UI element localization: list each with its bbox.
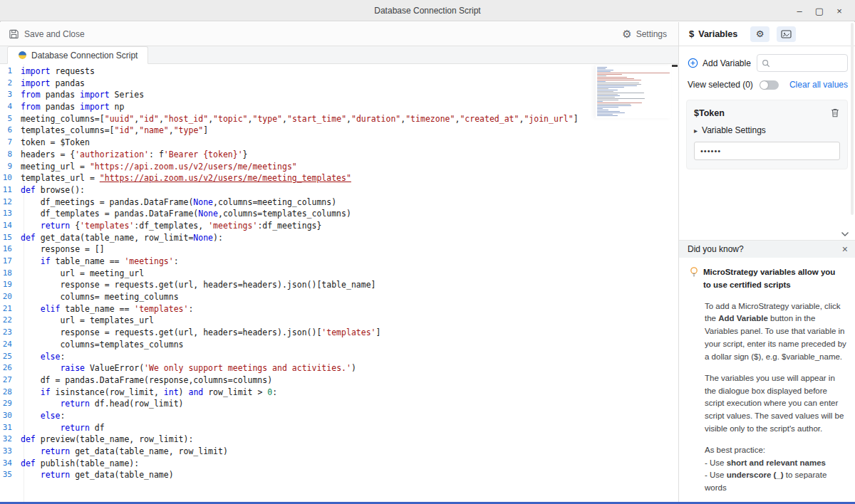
code-line[interactable]: 29 return df.head(row_limit) (0, 398, 678, 410)
line-number: 27 (0, 374, 19, 387)
view-selected-label: View selected (0) (688, 80, 753, 90)
code-line[interactable]: 10templates_url = "https://api.zoom.us/v… (0, 172, 678, 184)
line-number: 29 (0, 398, 19, 410)
view-selected-toggle[interactable] (760, 80, 779, 90)
code-line[interactable]: 16 response = [] (0, 243, 678, 256)
clear-all-values-link[interactable]: Clear all values (789, 80, 848, 90)
variables-panel-header: $ Variables ⚙ (679, 22, 855, 46)
line-number: 26 (0, 362, 19, 374)
minimap-line (597, 90, 618, 90)
code-line[interactable]: 32def preview(table_name, row_limit): (0, 434, 678, 446)
variable-search[interactable] (757, 54, 848, 72)
view-selected-row: View selected (0) Clear all values (679, 76, 855, 97)
code-line[interactable]: 15def get_data(table_name, row_limit=Non… (0, 232, 678, 244)
delete-variable-button[interactable] (830, 107, 840, 118)
code-line[interactable]: 26 raise ValueError('We only support mee… (0, 362, 678, 374)
save-and-close-button[interactable]: Save and Close (9, 28, 85, 39)
code-line[interactable]: 3from pandas import Series (0, 89, 678, 101)
code-line[interactable]: 34def publish(table_name): (0, 458, 678, 470)
minimap-line (597, 70, 613, 70)
minimap-line (597, 111, 620, 112)
minimap-line (597, 80, 641, 80)
close-button[interactable]: × (831, 2, 848, 19)
line-number: 31 (0, 422, 19, 434)
toggle-knob (760, 81, 768, 89)
code-line[interactable]: 27 df = pandas.DataFrame(response,column… (0, 374, 678, 387)
code-line[interactable]: 28 if isinstance(row_limit, int) and row… (0, 387, 678, 399)
panel-scrollbar[interactable] (851, 23, 854, 215)
minimap-line (597, 75, 606, 76)
minimap-line (597, 114, 613, 115)
code-line[interactable]: 7token = $Token (0, 137, 678, 149)
code-line[interactable]: 9meeting_url = "https://api.zoom.us/v2/u… (0, 161, 678, 173)
add-variable-row: Add Variable (679, 46, 855, 76)
code-line[interactable]: 35 return get_data(table_name) (0, 469, 678, 481)
minimap-line (597, 91, 613, 92)
code-line[interactable]: 1import requests (0, 65, 678, 78)
line-number: 24 (0, 339, 19, 351)
minimize-button[interactable]: – (791, 2, 808, 19)
trash-icon (830, 107, 840, 118)
line-number: 4 (0, 101, 19, 113)
code-line[interactable]: 19 response = requests.get(url, headers=… (0, 279, 678, 291)
line-number: 10 (0, 172, 19, 184)
tab-database-connection-script[interactable]: Database Connection Script (7, 46, 148, 64)
minimap-line (597, 95, 620, 96)
code-line[interactable]: 17 if table_name == 'meetings': (0, 256, 678, 268)
card-icon (781, 30, 792, 38)
did-you-know-close-button[interactable]: × (842, 244, 848, 254)
search-icon (762, 59, 770, 68)
line-number: 18 (0, 268, 19, 280)
code-line[interactable]: 31 return df (0, 422, 678, 434)
line-number: 25 (0, 351, 19, 363)
script-icon (18, 51, 27, 60)
code-line[interactable]: 33 return get_data(table_name, row_limit… (0, 446, 678, 458)
best-practice-block: As best practice: - Use short and releva… (705, 444, 850, 495)
code-line[interactable]: 18 url = meeting_url (0, 268, 678, 280)
line-number: 7 (0, 137, 19, 149)
code-line[interactable]: 14 return {'templates':df_templates, 'me… (0, 220, 678, 232)
code-line[interactable]: 24 columns=templates_columns (0, 339, 678, 351)
code-lines: 1import requests2import pandas3from pand… (0, 65, 678, 481)
code-line[interactable]: 2import pandas (0, 78, 678, 90)
minimap[interactable] (596, 65, 671, 118)
code-line[interactable]: 13 df_templates = pandas.DataFrame(None,… (0, 208, 678, 220)
minimap-line (597, 71, 611, 72)
line-number: 13 (0, 208, 19, 220)
search-input[interactable] (774, 59, 838, 68)
line-number: 6 (0, 125, 19, 137)
maximize-button[interactable]: ▢ (811, 2, 828, 19)
editor-scrollbar[interactable] (672, 65, 678, 67)
scroll-down-button[interactable] (841, 231, 849, 237)
code-line[interactable]: 23 response = requests.get(url, headers=… (0, 327, 678, 339)
did-you-know-panel: Did you know? × MicroStrategy variables … (679, 240, 855, 502)
settings-button[interactable]: ⚙ Settings (622, 28, 667, 39)
did-you-know-headline: MicroStrategy variables allow you to use… (689, 266, 846, 292)
did-you-know-title: Did you know? (688, 244, 744, 254)
code-line[interactable]: 5meeting_columns=["uuid","id","host_id",… (0, 113, 678, 125)
variable-settings-expander[interactable]: ▸ Variable Settings (694, 125, 840, 135)
variables-panel-title: Variables (698, 29, 737, 39)
variable-value-field[interactable] (694, 142, 840, 160)
code-line[interactable]: 20 columns= meeting_columns (0, 291, 678, 303)
minimap-line (597, 83, 639, 83)
code-line[interactable]: 21 elif table_name == 'templates': (0, 303, 678, 315)
window-title: Database Connection Script (374, 6, 480, 16)
variable-card-token: $Token ▸ Variable Settings (686, 100, 848, 169)
code-line[interactable]: 8headers = {'authorization': f'Bearer {t… (0, 149, 678, 161)
code-line[interactable]: 6templates_columns=["id","name","type"] (0, 125, 678, 137)
code-line[interactable]: 25 else: (0, 351, 678, 363)
code-line[interactable]: 4from pandas import np (0, 101, 678, 113)
code-line[interactable]: 11def browse(): (0, 184, 678, 196)
code-line[interactable]: 12 df_meetings = pandas.DataFrame(None,c… (0, 196, 678, 209)
code-editor[interactable]: 1import requests2import pandas3from pand… (0, 64, 678, 502)
save-icon (9, 28, 19, 39)
script-settings-button[interactable]: ⚙ (750, 26, 770, 42)
gear-icon: ⚙ (622, 28, 631, 39)
add-variable-button[interactable]: Add Variable (688, 58, 751, 68)
panel-view-button[interactable] (777, 26, 796, 42)
line-number: 17 (0, 256, 19, 268)
code-line[interactable]: 22 url = templates_url (0, 315, 678, 327)
minimap-line (597, 115, 618, 116)
code-line[interactable]: 30 else: (0, 410, 678, 422)
